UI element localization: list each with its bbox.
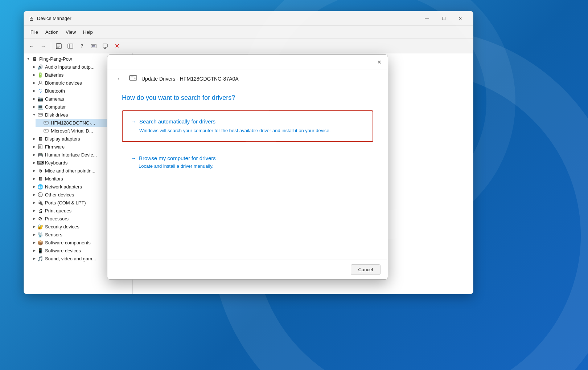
network-label: Network adapters [45,184,82,190]
dialog-close-button[interactable]: ✕ [374,57,385,68]
hid-icon: 🎮 [37,151,44,158]
toolbar-separator-1 [51,42,51,50]
display-expand: ▶ [31,136,37,142]
mice-icon: 🖱 [37,167,44,174]
title-bar-icon: 🖥 [28,16,34,21]
maximize-button[interactable]: ☐ [435,13,452,24]
sw-devices-label: Software devices [45,248,81,253]
search-automatically-option[interactable]: → Search automatically for drivers Windo… [122,110,373,142]
svg-point-14 [41,114,42,115]
computer-icon: 💻 [37,103,44,110]
ms-virtual-icon [43,127,49,134]
details-icon [67,43,73,49]
menu-file[interactable]: File [27,28,42,36]
help-button[interactable]: ? [77,41,87,52]
dialog-title-bar: ✕ [107,55,388,69]
computer-label: Computer [45,104,66,110]
other-label: Other devices [45,192,74,198]
back-button[interactable]: ← [26,41,37,52]
dialog-content: How do you want to search for drivers? →… [107,87,388,260]
browse-desc: Locate and install a driver manually. [139,163,365,169]
sw-devices-icon: 📱 [37,247,44,254]
minimize-button[interactable]: — [419,13,435,24]
hfm-icon [43,119,49,126]
svg-point-11 [39,81,41,83]
update-drivers-dialog: ✕ ← Update Drivers - HFM128GDGTNG-87A0A … [107,54,388,280]
properties-button[interactable] [53,41,64,52]
sensors-label: Sensors [45,232,62,237]
cameras-label: Cameras [45,96,64,102]
details-button[interactable] [65,41,76,52]
remove-device-button[interactable]: ✕ [111,41,122,52]
menu-action[interactable]: Action [42,28,62,36]
monitors-expand: ▶ [31,176,37,182]
browse-manually-option[interactable]: → Browse my computer for drivers Locate … [122,151,373,173]
menu-help[interactable]: Help [79,28,96,36]
svg-rect-25 [129,76,137,80]
biometric-label: Biometric devices [45,80,82,86]
bluetooth-label: Bluetooth [45,88,65,94]
svg-rect-8 [103,44,107,47]
processors-expand: ▶ [31,216,37,221]
print-expand: ▶ [31,208,37,214]
print-label: Print queues [45,208,71,214]
disk-expand: ▼ [31,112,37,118]
ms-virtual-expand [37,128,43,134]
disk-drives-icon [37,111,44,118]
svg-rect-18 [45,130,46,131]
firmware-label: Firmware [45,144,65,150]
window-controls: — ☐ ✕ [419,13,469,24]
audio-expand: ▶ [31,64,37,70]
ports-icon: 🔌 [37,199,44,206]
menu-bar: File Action View Help [24,26,473,39]
mice-label: Mice and other pointin... [45,168,95,174]
computer-expand: ▶ [31,104,37,110]
other-icon: ? [37,191,44,198]
search-auto-label: Search automatically for drivers [139,118,215,125]
security-icon: 🔐 [37,223,44,230]
batteries-expand: ▶ [31,72,37,78]
window-title: Device Manager [37,16,419,21]
svg-rect-7 [92,45,95,47]
sensors-expand: ▶ [31,232,37,237]
svg-text:?: ? [39,193,41,197]
batteries-icon: 🔋 [37,72,44,78]
scan-button[interactable] [88,41,99,52]
ports-expand: ▶ [31,200,37,206]
close-button[interactable]: ✕ [452,13,469,24]
svg-rect-15 [44,121,48,124]
forward-button[interactable]: → [38,41,49,52]
cancel-button[interactable]: Cancel [351,264,381,275]
dialog-question: How do you want to search for drivers? [122,94,373,102]
update-driver-button[interactable] [100,41,111,52]
network-expand: ▶ [31,184,37,190]
network-icon: 🌐 [37,183,44,190]
ports-label: Ports (COM & LPT) [45,200,86,206]
dialog-back-button[interactable]: ← [115,74,125,84]
svg-rect-13 [39,114,41,115]
root-expand: ▼ [25,56,31,62]
disk-drives-label: Disk drives [45,112,68,118]
sw-devices-expand: ▶ [31,248,37,253]
browse-title: → Browse my computer for drivers [131,155,365,161]
dialog-footer: Cancel [107,260,388,279]
sensors-icon: 📡 [37,231,44,238]
dialog-header: ← Update Drivers - HFM128GDGTNG-87A0A [107,69,388,87]
keyboards-label: Keyboards [45,160,67,166]
firmware-expand: ▶ [31,144,37,150]
sw-components-icon: 📦 [37,239,44,246]
security-expand: ▶ [31,224,37,229]
properties-icon [56,43,62,49]
svg-rect-17 [44,129,48,132]
bluetooth-icon: ⬡ [37,88,44,94]
keyboards-icon: ⌨ [37,159,44,166]
update-driver-icon [102,43,108,49]
hid-label: Human Interface Devic... [45,152,97,158]
root-label: Ping-Pang-Pow [39,56,72,62]
menu-view[interactable]: View [62,28,79,36]
security-label: Security devices [45,224,79,229]
keyboards-expand: ▶ [31,160,37,166]
title-bar: 🖥 Device Manager — ☐ ✕ [24,11,473,26]
display-label: Display adapters [45,136,80,142]
mice-expand: ▶ [31,168,37,174]
